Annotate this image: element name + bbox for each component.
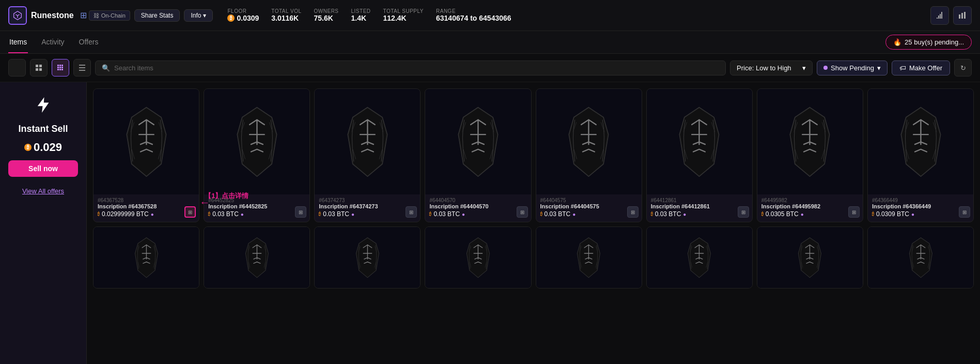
item-card[interactable]: #64374273 Inscription #64374273 ₿ 0.03 B… bbox=[314, 88, 421, 222]
sort-dropdown[interactable]: Price: Low to High ▾ bbox=[730, 60, 813, 75]
app-logo bbox=[8, 6, 27, 25]
sell-now-button[interactable]: Sell now bbox=[8, 160, 78, 177]
search-icon: 🔍 bbox=[102, 64, 110, 72]
compact-grid-view-button[interactable] bbox=[52, 59, 69, 77]
verified-icon: ● bbox=[462, 211, 465, 217]
grid-area: #64367528 Inscription #64367528 ₿ 0.0299… bbox=[87, 82, 980, 364]
item-image bbox=[757, 89, 863, 194]
action-button[interactable]: ⊞ bbox=[959, 206, 970, 218]
list-view-button[interactable] bbox=[73, 59, 91, 77]
logo-area: Runestone ⊞ ⛓ On-Chain Share Stats Info … bbox=[8, 6, 213, 25]
item-card[interactable]: #64404570 Inscription #64404570 ₿ 0.03 B… bbox=[425, 88, 531, 222]
item-name: Inscription #64404575 bbox=[540, 203, 637, 209]
refresh-icon: ↻ bbox=[960, 64, 966, 72]
item-card[interactable]: #64404575 Inscription #64404575 ₿ 0.03 B… bbox=[536, 88, 642, 222]
item-id: #64374273 bbox=[319, 198, 416, 203]
price-value: 0.0305 BTC bbox=[766, 210, 799, 218]
filter-button[interactable] bbox=[8, 59, 26, 77]
btc-small-icon: ₿ bbox=[872, 211, 874, 217]
verified-icon: ● bbox=[911, 211, 914, 217]
action-button[interactable]: ⊞ bbox=[848, 206, 860, 218]
item-price: ₿ 0.03 BTC ● bbox=[540, 210, 637, 218]
svg-rect-7 bbox=[57, 65, 59, 66]
instant-sell-title: Instant Sell bbox=[18, 124, 68, 134]
item-card-partial[interactable] bbox=[314, 226, 421, 289]
verified-icon: ● bbox=[683, 211, 686, 217]
price-value: 0.03 BTC bbox=[212, 210, 239, 218]
item-image bbox=[94, 89, 199, 194]
item-id: #64404575 bbox=[540, 198, 637, 203]
search-input[interactable] bbox=[114, 64, 719, 72]
btc-small-icon: ₿ bbox=[208, 211, 210, 217]
item-card-partial[interactable] bbox=[204, 226, 310, 289]
action-button[interactable]: ⊞ bbox=[295, 206, 306, 218]
info-button[interactable]: Info ▾ bbox=[184, 9, 213, 22]
refresh-button[interactable]: ↻ bbox=[954, 59, 972, 77]
item-card[interactable]: #64367528 Inscription #64367528 ₿ 0.0299… bbox=[93, 88, 199, 222]
chevron-down-icon: ▾ bbox=[203, 12, 206, 19]
btc-small-icon: ₿ bbox=[761, 211, 764, 217]
item-card[interactable]: #64412861 Inscription #64412861 ₿ 0.03 B… bbox=[646, 88, 753, 222]
item-actions: ⊞ bbox=[627, 206, 639, 218]
item-name: Inscription #64412861 bbox=[651, 203, 748, 209]
item-card-partial[interactable] bbox=[867, 226, 974, 289]
svg-rect-4 bbox=[39, 65, 42, 67]
floor-stat: FLOOR ₿ 0.0309 bbox=[227, 8, 259, 22]
item-card-partial[interactable] bbox=[425, 226, 531, 289]
svg-rect-6 bbox=[39, 68, 42, 71]
action-button[interactable]: ⊞ bbox=[738, 206, 749, 218]
item-card[interactable]: #64495982 Inscription #64495982 ₿ 0.0305… bbox=[757, 88, 863, 222]
pending-bar[interactable]: 🔥 25 buy(s) pending... bbox=[885, 35, 972, 50]
instant-sell-price: ₿ 0.029 bbox=[24, 141, 62, 154]
verified-icon: ● bbox=[241, 211, 244, 217]
analytics-icon-button[interactable] bbox=[953, 6, 972, 25]
show-pending-button[interactable]: Show Pending ▾ bbox=[817, 60, 888, 75]
btc-small-icon: ₿ bbox=[319, 211, 321, 217]
chart-icon-button[interactable] bbox=[930, 6, 949, 25]
item-info: #64404575 Inscription #64404575 ₿ 0.03 B… bbox=[536, 194, 642, 222]
item-card[interactable]: #64366449 Inscription #64366449 ₿ 0.0309… bbox=[867, 88, 974, 222]
action-button[interactable]: ⊞ bbox=[627, 206, 639, 218]
item-card[interactable]: #64452825 Inscription #64452825 ₿ 0.03 B… bbox=[204, 88, 310, 222]
svg-rect-15 bbox=[61, 69, 63, 70]
item-info: #64452825 Inscription #64452825 ₿ 0.03 B… bbox=[204, 194, 309, 222]
price-value: 0.03 BTC bbox=[323, 210, 349, 218]
item-actions: ⊞ bbox=[848, 206, 860, 218]
tab-items[interactable]: Items bbox=[8, 31, 28, 53]
items-grid-row1: #64367528 Inscription #64367528 ₿ 0.0299… bbox=[93, 88, 974, 222]
item-id: #64412861 bbox=[651, 198, 748, 203]
item-price: ₿ 0.03 BTC ● bbox=[319, 210, 416, 218]
item-info: #64367528 Inscription #64367528 ₿ 0.0299… bbox=[94, 194, 199, 222]
item-card-partial[interactable] bbox=[757, 226, 863, 289]
tab-offers[interactable]: Offers bbox=[78, 31, 100, 53]
verified-icon: ● bbox=[801, 211, 804, 217]
item-card-partial[interactable] bbox=[646, 226, 753, 289]
action-button[interactable]: ⊞ bbox=[517, 206, 528, 218]
chevron-down-icon-pending: ▾ bbox=[877, 64, 881, 72]
svg-rect-13 bbox=[57, 69, 59, 70]
item-id: #64404570 bbox=[429, 198, 526, 203]
item-actions: ⊞ bbox=[184, 206, 196, 218]
item-name: Inscription #64374273 bbox=[319, 203, 416, 209]
item-actions: ⊞ bbox=[959, 206, 970, 218]
view-all-offers-link[interactable]: View All offers bbox=[22, 187, 64, 195]
item-price: ₿ 0.03 BTC ● bbox=[429, 210, 526, 218]
verified-icon: ● bbox=[572, 211, 575, 217]
item-image bbox=[536, 227, 642, 288]
price-value: 0.03 BTC bbox=[545, 210, 571, 218]
content-area: Instant Sell ₿ 0.029 Sell now View All o… bbox=[0, 82, 980, 364]
chevron-down-icon: ▾ bbox=[802, 64, 806, 72]
owners-stat: OWNERS 75.6K bbox=[314, 8, 339, 22]
chain-badge: ⛓ On-Chain bbox=[89, 10, 130, 21]
action-button[interactable]: ⊞ bbox=[406, 206, 417, 218]
make-offer-button[interactable]: 🏷 Make Offer bbox=[892, 60, 950, 75]
item-card-partial[interactable] bbox=[93, 226, 199, 289]
tab-activity[interactable]: Activity bbox=[40, 31, 65, 53]
instant-sell-panel: Instant Sell ₿ 0.029 Sell now View All o… bbox=[0, 82, 87, 364]
discord-icon[interactable]: ⊞ bbox=[80, 10, 87, 20]
detail-action-button[interactable]: ⊞ bbox=[184, 206, 196, 218]
item-price: ₿ 0.02999999 BTC ● bbox=[98, 210, 195, 218]
grid-view-button[interactable] bbox=[30, 59, 48, 77]
item-card-partial[interactable] bbox=[536, 226, 642, 289]
share-stats-button[interactable]: Share Stats bbox=[134, 9, 180, 22]
